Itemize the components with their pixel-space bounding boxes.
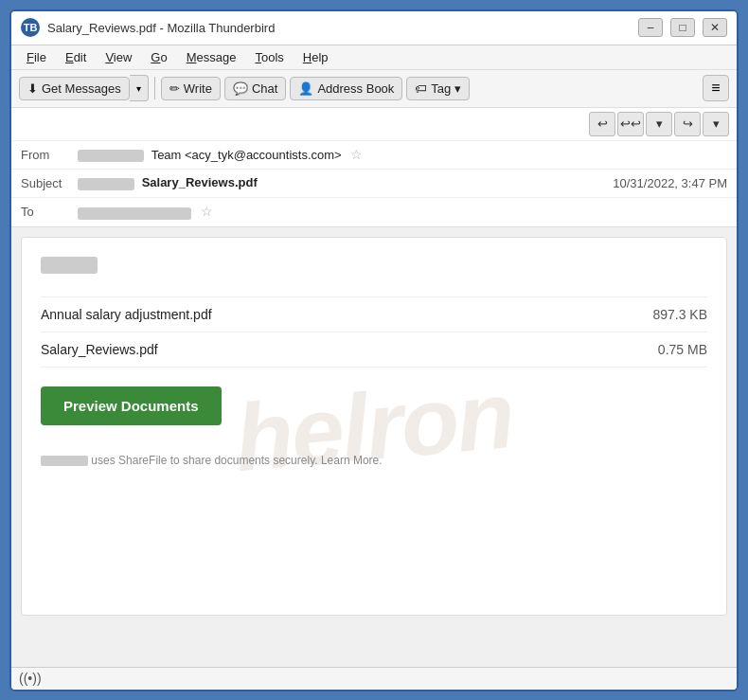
- status-bar: ((•)): [11, 667, 737, 690]
- to-redacted: [78, 207, 191, 220]
- from-sender: Team <acy_tyk@accountists.com>: [151, 148, 342, 162]
- footer-redacted: [41, 456, 88, 466]
- tag-label: Tag: [431, 81, 451, 96]
- get-messages-button[interactable]: ⬇ Get Messages: [19, 77, 130, 100]
- email-nav-buttons: ↩ ↩↩ ▾ ↪ ▾: [589, 112, 729, 136]
- subject-redacted: [78, 178, 134, 190]
- from-star-icon[interactable]: ☆: [350, 147, 363, 162]
- get-messages-icon: ⬇: [27, 81, 38, 96]
- nav-dropdown-1[interactable]: ▾: [646, 112, 672, 136]
- tag-button[interactable]: 🏷 Tag ▾: [406, 77, 470, 100]
- chat-icon: 💬: [233, 81, 248, 96]
- reply-all-button[interactable]: ↩↩: [617, 112, 644, 136]
- to-value: ☆: [78, 204, 727, 219]
- attachment-name-1: Annual salary adjustment.pdf: [41, 307, 212, 322]
- menu-view[interactable]: View: [98, 47, 139, 67]
- attachment-size-2: 0.75 MB: [658, 342, 707, 357]
- close-button[interactable]: ✕: [703, 18, 727, 37]
- menu-help[interactable]: Help: [295, 47, 336, 67]
- menu-tools[interactable]: Tools: [247, 47, 291, 67]
- write-icon: ✏: [169, 81, 180, 96]
- email-body: helron Annual salary adjustment.pdf 897.…: [11, 227, 737, 667]
- attachment-item-2: Salary_Reviews.pdf 0.75 MB: [41, 332, 707, 368]
- nav-dropdown-2[interactable]: ▾: [703, 112, 729, 136]
- address-book-button[interactable]: 👤 Address Book: [290, 77, 402, 100]
- menu-go[interactable]: Go: [143, 47, 174, 67]
- menu-edit[interactable]: Edit: [58, 47, 94, 67]
- chat-label: Chat: [252, 81, 277, 96]
- title-bar: TB Salary_Reviews.pdf - Mozilla Thunderb…: [11, 11, 737, 45]
- from-label: From: [21, 148, 78, 162]
- menu-bar: File Edit View Go Message Tools Help: [11, 45, 737, 70]
- write-button[interactable]: ✏ Write: [161, 77, 221, 100]
- from-value: Team <acy_tyk@accountists.com> ☆: [78, 147, 727, 162]
- attachment-name-2: Salary_Reviews.pdf: [41, 342, 158, 357]
- email-content-header: [41, 257, 707, 278]
- thunderbird-icon: TB: [21, 18, 40, 37]
- write-label: Write: [184, 81, 212, 96]
- menu-message[interactable]: Message: [179, 47, 244, 67]
- preview-documents-button[interactable]: Preview Documents: [41, 386, 222, 425]
- get-messages-label: Get Messages: [42, 81, 121, 96]
- toolbar-menu-button[interactable]: ≡: [703, 75, 729, 101]
- email-header: ↩ ↩↩ ▾ ↪ ▾ From Team <acy_tyk@accountist…: [11, 108, 737, 227]
- get-messages-dropdown[interactable]: ▾: [130, 75, 149, 101]
- sender-logo: [41, 257, 98, 274]
- toolbar-divider-1: [154, 77, 155, 99]
- to-label: To: [21, 205, 78, 219]
- subject-row: Subject Salary_Reviews.pdf 10/31/2022, 3…: [11, 170, 737, 198]
- subject-label: Subject: [21, 176, 78, 190]
- forward-button[interactable]: ↪: [674, 112, 701, 136]
- tag-icon: 🏷: [415, 81, 427, 96]
- to-star-icon[interactable]: ☆: [201, 204, 213, 219]
- from-redacted: [78, 150, 144, 162]
- attachment-list: Annual salary adjustment.pdf 897.3 KB Sa…: [41, 296, 707, 368]
- from-row: From Team <acy_tyk@accountists.com> ☆: [11, 141, 737, 170]
- address-book-icon: 👤: [298, 81, 313, 96]
- to-row: To ☆: [11, 198, 737, 226]
- address-book-label: Address Book: [317, 81, 394, 96]
- email-date: 10/31/2022, 3:47 PM: [613, 176, 727, 190]
- connection-status-icon: ((•)): [19, 671, 42, 686]
- window-title: Salary_Reviews.pdf - Mozilla Thunderbird: [47, 21, 275, 35]
- watermark: helron: [231, 359, 517, 492]
- footer-text: uses ShareFile to share documents secure…: [41, 454, 707, 467]
- menu-file[interactable]: File: [19, 47, 54, 67]
- main-window: TB Salary_Reviews.pdf - Mozilla Thunderb…: [9, 9, 739, 691]
- email-content-card: helron Annual salary adjustment.pdf 897.…: [21, 237, 727, 616]
- maximize-button[interactable]: □: [670, 18, 695, 37]
- attachment-size-1: 897.3 KB: [652, 307, 707, 322]
- minimize-button[interactable]: –: [638, 18, 663, 37]
- title-bar-left: TB Salary_Reviews.pdf - Mozilla Thunderb…: [21, 18, 275, 37]
- chat-button[interactable]: 💬 Chat: [224, 77, 286, 100]
- subject-title: Salary_Reviews.pdf: [142, 175, 258, 189]
- reply-button[interactable]: ↩: [589, 112, 615, 136]
- attachment-item-1: Annual salary adjustment.pdf 897.3 KB: [41, 296, 707, 332]
- subject-value: Salary_Reviews.pdf: [78, 175, 613, 189]
- footer-message: uses ShareFile to share documents secure…: [91, 454, 382, 467]
- toolbar: ⬇ Get Messages ▾ ✏ Write 💬 Chat 👤 Addres…: [11, 70, 737, 108]
- window-controls: – □ ✕: [638, 18, 727, 37]
